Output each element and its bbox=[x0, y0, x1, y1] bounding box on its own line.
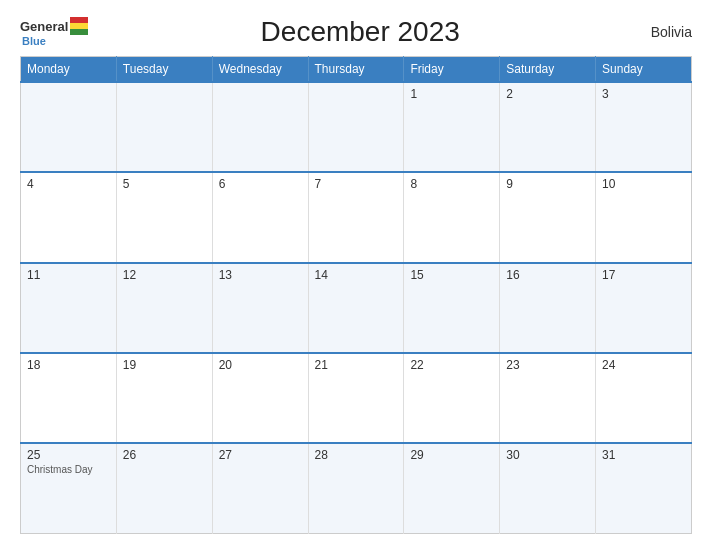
page: General Blue December 2023 Bolivia Monda… bbox=[0, 0, 712, 550]
logo-text-general: General bbox=[20, 19, 68, 34]
day-number: 26 bbox=[123, 448, 206, 462]
day-number: 17 bbox=[602, 268, 685, 282]
calendar-cell: 23 bbox=[500, 353, 596, 443]
calendar-cell: 24 bbox=[596, 353, 692, 443]
calendar-cell bbox=[21, 82, 117, 172]
calendar-cell: 9 bbox=[500, 172, 596, 262]
day-number: 24 bbox=[602, 358, 685, 372]
calendar-cell: 16 bbox=[500, 263, 596, 353]
col-thursday: Thursday bbox=[308, 57, 404, 83]
day-number: 15 bbox=[410, 268, 493, 282]
day-number: 6 bbox=[219, 177, 302, 191]
country-label: Bolivia bbox=[632, 24, 692, 40]
holiday-label: Christmas Day bbox=[27, 464, 93, 475]
calendar-cell: 29 bbox=[404, 443, 500, 533]
calendar-cell: 8 bbox=[404, 172, 500, 262]
day-number: 4 bbox=[27, 177, 110, 191]
calendar-cell: 17 bbox=[596, 263, 692, 353]
day-number: 2 bbox=[506, 87, 589, 101]
calendar-cell: 4 bbox=[21, 172, 117, 262]
day-number: 19 bbox=[123, 358, 206, 372]
calendar-cell: 20 bbox=[212, 353, 308, 443]
day-number: 22 bbox=[410, 358, 493, 372]
day-number: 9 bbox=[506, 177, 589, 191]
calendar-cell bbox=[212, 82, 308, 172]
calendar-cell: 26 bbox=[116, 443, 212, 533]
logo-flag-icon bbox=[70, 17, 88, 35]
calendar-table: Monday Tuesday Wednesday Thursday Friday… bbox=[20, 56, 692, 534]
day-number: 3 bbox=[602, 87, 685, 101]
day-number: 25 bbox=[27, 448, 110, 462]
calendar-cell: 27 bbox=[212, 443, 308, 533]
calendar-cell: 22 bbox=[404, 353, 500, 443]
calendar-week-row: 18192021222324 bbox=[21, 353, 692, 443]
calendar-cell: 28 bbox=[308, 443, 404, 533]
day-number: 27 bbox=[219, 448, 302, 462]
calendar-cell: 10 bbox=[596, 172, 692, 262]
day-number: 23 bbox=[506, 358, 589, 372]
calendar-cell: 11 bbox=[21, 263, 117, 353]
day-number: 10 bbox=[602, 177, 685, 191]
day-number: 28 bbox=[315, 448, 398, 462]
day-number: 14 bbox=[315, 268, 398, 282]
calendar-week-row: 123 bbox=[21, 82, 692, 172]
day-number: 8 bbox=[410, 177, 493, 191]
day-number: 20 bbox=[219, 358, 302, 372]
calendar-cell: 5 bbox=[116, 172, 212, 262]
calendar-header-row: Monday Tuesday Wednesday Thursday Friday… bbox=[21, 57, 692, 83]
day-number: 30 bbox=[506, 448, 589, 462]
day-number: 21 bbox=[315, 358, 398, 372]
day-number: 1 bbox=[410, 87, 493, 101]
day-number: 29 bbox=[410, 448, 493, 462]
calendar-cell: 19 bbox=[116, 353, 212, 443]
calendar-cell: 25Christmas Day bbox=[21, 443, 117, 533]
calendar-cell: 31 bbox=[596, 443, 692, 533]
calendar-cell: 6 bbox=[212, 172, 308, 262]
col-saturday: Saturday bbox=[500, 57, 596, 83]
day-number: 5 bbox=[123, 177, 206, 191]
calendar-body: 1234567891011121314151617181920212223242… bbox=[21, 82, 692, 534]
col-sunday: Sunday bbox=[596, 57, 692, 83]
calendar-week-row: 25Christmas Day262728293031 bbox=[21, 443, 692, 533]
calendar-cell bbox=[116, 82, 212, 172]
calendar-cell: 3 bbox=[596, 82, 692, 172]
day-number: 12 bbox=[123, 268, 206, 282]
day-number: 31 bbox=[602, 448, 685, 462]
calendar-cell: 15 bbox=[404, 263, 500, 353]
day-number: 13 bbox=[219, 268, 302, 282]
day-number: 16 bbox=[506, 268, 589, 282]
calendar-title: December 2023 bbox=[88, 16, 632, 48]
calendar-cell: 18 bbox=[21, 353, 117, 443]
calendar-cell: 14 bbox=[308, 263, 404, 353]
day-number: 7 bbox=[315, 177, 398, 191]
svg-rect-2 bbox=[70, 29, 88, 35]
header: General Blue December 2023 Bolivia bbox=[20, 16, 692, 48]
calendar-cell: 21 bbox=[308, 353, 404, 443]
calendar-week-row: 11121314151617 bbox=[21, 263, 692, 353]
calendar-cell: 7 bbox=[308, 172, 404, 262]
logo: General Blue bbox=[20, 17, 88, 47]
col-tuesday: Tuesday bbox=[116, 57, 212, 83]
logo-text-blue: Blue bbox=[22, 35, 46, 47]
calendar-week-row: 45678910 bbox=[21, 172, 692, 262]
col-wednesday: Wednesday bbox=[212, 57, 308, 83]
calendar-cell: 1 bbox=[404, 82, 500, 172]
calendar-cell: 30 bbox=[500, 443, 596, 533]
calendar-cell: 12 bbox=[116, 263, 212, 353]
calendar-cell bbox=[308, 82, 404, 172]
col-friday: Friday bbox=[404, 57, 500, 83]
day-number: 11 bbox=[27, 268, 110, 282]
day-number: 18 bbox=[27, 358, 110, 372]
calendar-cell: 13 bbox=[212, 263, 308, 353]
svg-rect-1 bbox=[70, 23, 88, 29]
calendar-cell: 2 bbox=[500, 82, 596, 172]
svg-rect-0 bbox=[70, 17, 88, 23]
col-monday: Monday bbox=[21, 57, 117, 83]
